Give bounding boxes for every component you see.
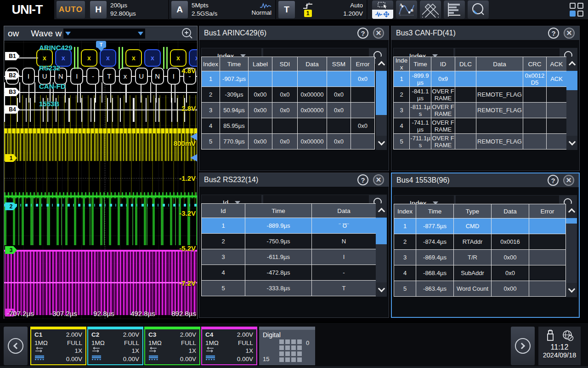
table-row[interactable]: 5-711.1µsOVER FRAMEREMOTE_FLAG	[394, 134, 567, 150]
channel-impedance: 1MΩ	[205, 339, 237, 347]
help-icon[interactable]: ?	[548, 28, 559, 39]
bus1-scrollbar[interactable]	[376, 57, 387, 150]
channel-name: C3	[148, 331, 180, 339]
search-button[interactable]	[468, 0, 489, 19]
bus1-baseline	[18, 58, 38, 58]
trigger-key[interactable]: T	[278, 1, 295, 18]
scroll-up-icon[interactable]	[378, 208, 385, 215]
acquire-group[interactable]: A 5Mpts 2.5GSa/s Normal	[169, 0, 276, 20]
table-row[interactable]: 1-877.5µsCMD	[394, 218, 566, 234]
channel-card-c4[interactable]: C4 2.00V 1MΩ FULL 1X 0.00V	[201, 327, 257, 365]
table-row[interactable]: 4-741.1µsOVER FRAME	[394, 118, 567, 134]
bus1-title-bar[interactable]: Bus1 ARINC429(6) ? ✕	[199, 26, 389, 41]
scroll-up-icon[interactable]	[568, 208, 575, 216]
bus4-decode-table[interactable]: IndexTimeTypeDataError 1-877.5µsCMD 2-87…	[394, 204, 565, 297]
table-row[interactable]: 5770.9µs0x000x00x000000x0	[202, 134, 375, 150]
channel-card-c2[interactable]: C2 2.00V 1MΩ FULL 1X 0.00V	[87, 327, 143, 365]
bus4-title-bar[interactable]: Bus4 1553B(96) ? ✕	[392, 173, 579, 188]
run-mode-button[interactable]: AUTO	[57, 1, 85, 18]
channel-scale: 2.00V	[237, 331, 253, 339]
bus3-decode-table[interactable]: IndexTimeIDDLCDataCRCACK 1-899.9µs0x90x0…	[393, 57, 565, 150]
table-row[interactable]: 2-750.9µsN	[202, 234, 376, 249]
help-icon[interactable]: ?	[357, 28, 368, 39]
acquire-mode: Normal	[251, 9, 271, 17]
zoom-in-icon[interactable]	[181, 28, 193, 40]
table-row[interactable]: 1-907.2µs0x0	[202, 71, 375, 87]
scroll-track[interactable]	[566, 218, 577, 283]
wave-source-dropdown[interactable]	[63, 29, 145, 39]
time-label: 92.8µs	[93, 310, 114, 317]
channel-scale: 2.00V	[66, 331, 82, 339]
next-page-button[interactable]	[511, 327, 535, 365]
measure-button[interactable]	[420, 0, 441, 19]
scroll-track[interactable]	[376, 71, 387, 136]
histogram-button[interactable]	[444, 0, 465, 19]
dropdown-caret-left-icon	[65, 32, 71, 35]
table-header-row: IndexTimeIDDLCDataCRCACK	[394, 57, 567, 71]
scroll-thumb[interactable]	[376, 218, 387, 244]
scroll-down-icon[interactable]	[568, 286, 575, 293]
table-row[interactable]: 485.95µs0x0	[202, 118, 375, 134]
close-icon[interactable]: ✕	[564, 28, 575, 39]
scope-graticule[interactable]: x x x x x x x x T - I U N I - T x U N I	[4, 41, 197, 319]
table-row[interactable]: 3-611.9µsI	[202, 249, 376, 265]
close-icon[interactable]: ✕	[373, 28, 384, 39]
acquire-key[interactable]: A	[171, 1, 188, 18]
table-row[interactable]: 1-889.9µs¨ Ʊ¨	[202, 218, 376, 234]
bus3-title-bar[interactable]: Bus3 CAN-FD(41) ? ✕	[391, 26, 579, 41]
scroll-up-icon[interactable]	[568, 61, 576, 69]
scroll-thumb[interactable]	[376, 71, 387, 115]
bus1-decode-table[interactable]: IndexTimeLabelSDIDataSSMError 1-907.2µs0…	[201, 57, 375, 150]
marquee-select-icon[interactable]	[372, 0, 393, 10]
bus2-title-bar[interactable]: Bus2 RS232(14) ? ✕	[199, 173, 389, 188]
coupling-icon	[34, 347, 66, 355]
scroll-track[interactable]	[566, 71, 577, 136]
sample-rate: 2.5GSa/s	[192, 10, 232, 18]
channel-offset: 0.00V	[180, 355, 196, 363]
table-row[interactable]: 4-868.4µsSubAddr0x0	[394, 265, 566, 281]
prev-page-button[interactable]	[4, 327, 28, 365]
table-row[interactable]: 2-874.4µsRTAddr0x0016	[394, 234, 566, 250]
scroll-down-icon[interactable]	[378, 285, 385, 293]
bus3-scrollbar[interactable]	[566, 57, 577, 150]
scroll-track[interactable]	[376, 218, 387, 282]
scroll-thumb[interactable]	[566, 71, 577, 90]
bus2-scrollbar[interactable]	[376, 203, 387, 297]
waveform-move-icon[interactable]	[372, 10, 393, 19]
table-row[interactable]: 1-899.9µs0x90x0012D5ACK	[394, 71, 567, 87]
horizontal-group[interactable]: H 200µs 92.800µs	[88, 0, 169, 20]
horizontal-key[interactable]: H	[90, 1, 107, 18]
scroll-up-icon[interactable]	[378, 61, 385, 69]
table-row[interactable]: 2-309µs0x000x00x000000x0	[202, 87, 375, 103]
bus-tag-b1[interactable]: B1	[5, 52, 20, 60]
help-icon[interactable]: ?	[548, 175, 559, 186]
bottom-channel-bar: C1 2.00V 1MΩ FULL 1X 0.00V C2 2.00V 1MΩ …	[0, 322, 588, 368]
close-icon[interactable]: ✕	[563, 175, 574, 186]
table-row[interactable]: 3-869.4µsT/R0x00	[394, 250, 566, 265]
help-icon[interactable]: ?	[357, 174, 368, 185]
status-panel[interactable]: 11:12 2024/09/18	[538, 327, 581, 365]
scroll-thumb[interactable]	[566, 218, 577, 224]
table-row[interactable]: 3-811.1µsOVER FRAMEREMOTE_FLAG	[394, 103, 567, 118]
bus4-window-title: Bus4 1553B(96)	[396, 176, 543, 184]
trigger-position-marker[interactable]: T	[96, 41, 106, 48]
select-move-split-button[interactable]	[372, 0, 393, 19]
channel-card-c3[interactable]: C3 2.00V 1MΩ FULL 1X 0.00V	[144, 327, 200, 365]
table-row[interactable]: 350.94µs0x000x00x000000x0	[202, 103, 375, 118]
time-axis-labels: -707.2µs -307.2µs 92.8µs 492.8µs 892.8µs	[7, 310, 196, 317]
table-row[interactable]: 5-333.8µsT	[202, 281, 376, 296]
scroll-down-icon[interactable]	[568, 138, 576, 146]
table-row[interactable]: 2-841.1µsOVER FRAMEREMOTE_FLAG	[394, 87, 567, 103]
table-row[interactable]: 5-863.4µsWord Count0x00	[394, 281, 566, 297]
cursor-ab-button[interactable]: AB	[396, 0, 417, 19]
digital-card[interactable]: Digital 0 15	[259, 327, 315, 365]
layout-grid-button[interactable]	[570, 3, 583, 17]
bus4-scrollbar[interactable]	[566, 204, 577, 297]
table-row[interactable]: 4-472.8µs-	[202, 265, 376, 281]
bus2-decode-table[interactable]: IdTimeData 1-889.9µs¨ Ʊ¨ 2-750.9µsN 3-61…	[201, 203, 375, 296]
close-icon[interactable]: ✕	[373, 174, 384, 185]
trigger-group[interactable]: T T 1 Auto 1.200V	[276, 0, 368, 20]
channel-card-c1[interactable]: C1 2.00V 1MΩ FULL 1X 0.00V	[30, 327, 86, 365]
wave-panel: ow Wave w x x x x x x x x T	[4, 26, 198, 319]
scroll-down-icon[interactable]	[378, 138, 385, 146]
